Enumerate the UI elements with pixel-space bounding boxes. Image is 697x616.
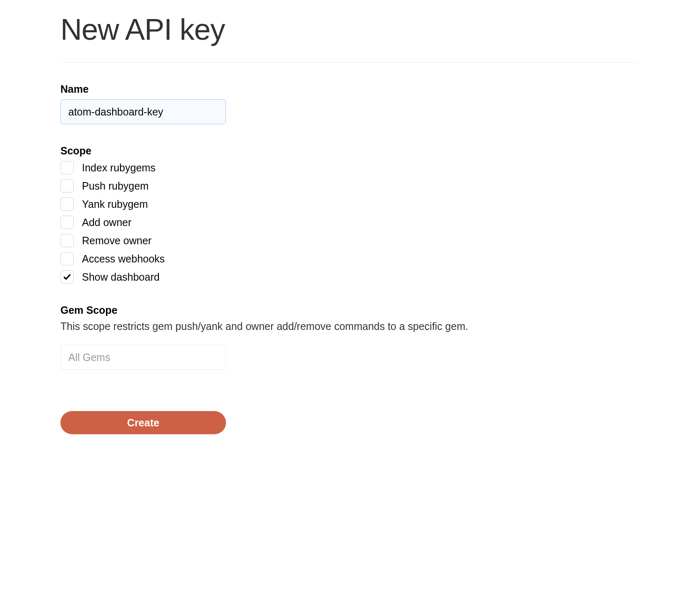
scope-row-yank-rubygem: Yank rubygem xyxy=(60,197,637,211)
checkbox-wrap-push-rubygem[interactable] xyxy=(60,179,74,192)
scope-label: Scope xyxy=(60,145,637,157)
scope-item-label: Access webhooks xyxy=(82,253,165,265)
scope-row-push-rubygem: Push rubygem xyxy=(60,179,637,192)
scope-row-add-owner: Add owner xyxy=(60,216,637,229)
gem-scope-label: Gem Scope xyxy=(60,304,637,316)
scope-row-access-webhooks: Access webhooks xyxy=(60,252,637,265)
name-input[interactable] xyxy=(60,99,226,124)
scope-item-label: Yank rubygem xyxy=(82,198,148,210)
checkbox-wrap-add-owner[interactable] xyxy=(60,216,74,229)
scope-item-label: Add owner xyxy=(82,217,132,229)
page-title: New API key xyxy=(60,12,637,46)
checkbox-wrap-index-rubygems[interactable] xyxy=(60,161,74,174)
gem-scope-description: This scope restricts gem push/yank and o… xyxy=(60,320,637,332)
scope-item-label: Index rubygems xyxy=(82,162,156,174)
scope-row-show-dashboard: Show dashboard xyxy=(60,270,637,284)
checkbox-wrap-show-dashboard[interactable] xyxy=(60,270,74,284)
gem-scope-section: Gem Scope This scope restricts gem push/… xyxy=(60,304,637,370)
scope-row-remove-owner: Remove owner xyxy=(60,234,637,247)
scope-list: Index rubygemsPush rubygemYank rubygemAd… xyxy=(60,161,637,284)
scope-item-label: Remove owner xyxy=(82,235,151,247)
gem-scope-selected: All Gems xyxy=(68,351,110,363)
scope-row-index-rubygems: Index rubygems xyxy=(60,161,637,174)
checkbox-wrap-access-webhooks[interactable] xyxy=(60,252,74,265)
scope-item-label: Show dashboard xyxy=(82,271,160,283)
create-button[interactable]: Create xyxy=(60,411,226,434)
gem-scope-select[interactable]: All Gems xyxy=(60,345,226,370)
scope-section: Scope Index rubygemsPush rubygemYank rub… xyxy=(60,145,637,284)
checkbox-wrap-remove-owner[interactable] xyxy=(60,234,74,247)
checkbox-wrap-yank-rubygem[interactable] xyxy=(60,197,74,211)
name-section: Name xyxy=(60,83,637,124)
scope-item-label: Push rubygem xyxy=(82,180,149,192)
name-label: Name xyxy=(60,83,637,95)
title-divider xyxy=(60,62,637,63)
